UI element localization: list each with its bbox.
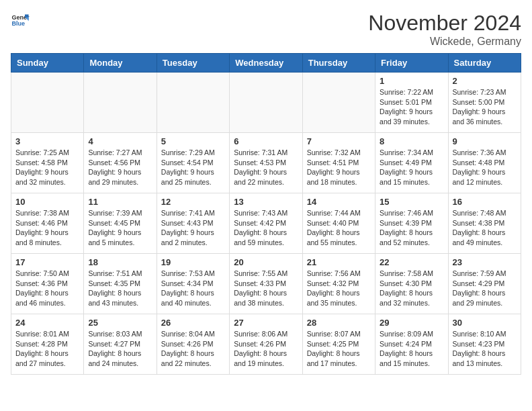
calendar-cell: 5Sunrise: 7:29 AM Sunset: 4:54 PM Daylig… [157, 133, 229, 193]
day-number: 25 [88, 318, 152, 328]
day-number: 12 [161, 197, 225, 207]
day-header-monday: Monday [84, 54, 157, 73]
day-header-friday: Friday [375, 54, 448, 73]
day-number: 16 [453, 197, 517, 207]
calendar-cell: 6Sunrise: 7:31 AM Sunset: 4:53 PM Daylig… [230, 133, 302, 193]
week-row-4: 17Sunrise: 7:50 AM Sunset: 4:36 PM Dayli… [11, 254, 521, 314]
day-info: Sunrise: 7:25 AM Sunset: 4:58 PM Dayligh… [15, 148, 79, 187]
day-number: 13 [234, 197, 298, 207]
calendar-cell: 15Sunrise: 7:46 AM Sunset: 4:39 PM Dayli… [375, 193, 448, 254]
calendar-cell: 27Sunrise: 8:06 AM Sunset: 4:26 PM Dayli… [230, 314, 302, 375]
day-info: Sunrise: 7:38 AM Sunset: 4:46 PM Dayligh… [15, 208, 79, 248]
day-number: 20 [234, 257, 298, 267]
day-number: 3 [15, 136, 79, 146]
day-number: 17 [15, 257, 79, 267]
day-info: Sunrise: 7:43 AM Sunset: 4:42 PM Dayligh… [234, 208, 298, 248]
calendar-cell: 4Sunrise: 7:27 AM Sunset: 4:56 PM Daylig… [84, 133, 157, 193]
calendar-cell: 19Sunrise: 7:53 AM Sunset: 4:34 PM Dayli… [157, 254, 229, 314]
day-info: Sunrise: 7:36 AM Sunset: 4:48 PM Dayligh… [453, 148, 517, 187]
day-number: 19 [161, 257, 225, 267]
day-info: Sunrise: 7:41 AM Sunset: 4:43 PM Dayligh… [161, 208, 225, 248]
day-number: 21 [307, 257, 371, 267]
day-info: Sunrise: 7:44 AM Sunset: 4:40 PM Dayligh… [307, 208, 371, 248]
logo: General Blue [11, 11, 30, 30]
day-info: Sunrise: 8:09 AM Sunset: 4:24 PM Dayligh… [380, 329, 443, 369]
day-info: Sunrise: 7:32 AM Sunset: 4:51 PM Dayligh… [307, 148, 371, 187]
calendar-cell: 2Sunrise: 7:23 AM Sunset: 5:00 PM Daylig… [448, 73, 521, 133]
calendar-cell: 18Sunrise: 7:51 AM Sunset: 4:35 PM Dayli… [84, 254, 157, 314]
calendar-cell [302, 73, 375, 133]
calendar-cell: 25Sunrise: 8:03 AM Sunset: 4:27 PM Dayli… [84, 314, 157, 375]
day-info: Sunrise: 7:48 AM Sunset: 4:38 PM Dayligh… [453, 208, 517, 248]
calendar-cell [230, 73, 302, 133]
day-number: 1 [380, 76, 443, 86]
day-info: Sunrise: 7:50 AM Sunset: 4:36 PM Dayligh… [15, 269, 79, 308]
week-row-3: 10Sunrise: 7:38 AM Sunset: 4:46 PM Dayli… [11, 193, 521, 254]
calendar-cell: 26Sunrise: 8:04 AM Sunset: 4:26 PM Dayli… [157, 314, 229, 375]
day-number: 5 [161, 136, 225, 146]
day-info: Sunrise: 7:56 AM Sunset: 4:32 PM Dayligh… [307, 269, 371, 308]
calendar-cell: 28Sunrise: 8:07 AM Sunset: 4:25 PM Dayli… [302, 314, 375, 375]
day-info: Sunrise: 7:59 AM Sunset: 4:29 PM Dayligh… [453, 269, 517, 308]
day-number: 2 [453, 76, 517, 86]
day-number: 18 [88, 257, 152, 267]
title-block: November 2024 Wickede, Germany [368, 11, 521, 48]
calendar-cell: 16Sunrise: 7:48 AM Sunset: 4:38 PM Dayli… [448, 193, 521, 254]
calendar-cell: 17Sunrise: 7:50 AM Sunset: 4:36 PM Dayli… [11, 254, 84, 314]
month-title: November 2024 [368, 11, 521, 36]
day-info: Sunrise: 7:58 AM Sunset: 4:30 PM Dayligh… [380, 269, 443, 308]
day-info: Sunrise: 8:07 AM Sunset: 4:25 PM Dayligh… [307, 329, 371, 369]
calendar-cell: 21Sunrise: 7:56 AM Sunset: 4:32 PM Dayli… [302, 254, 375, 314]
day-info: Sunrise: 8:10 AM Sunset: 4:23 PM Dayligh… [453, 329, 517, 369]
calendar-cell: 12Sunrise: 7:41 AM Sunset: 4:43 PM Dayli… [157, 193, 229, 254]
day-header-thursday: Thursday [302, 54, 375, 73]
day-info: Sunrise: 7:29 AM Sunset: 4:54 PM Dayligh… [161, 148, 225, 187]
day-info: Sunrise: 7:34 AM Sunset: 4:49 PM Dayligh… [380, 148, 443, 187]
day-info: Sunrise: 7:22 AM Sunset: 5:01 PM Dayligh… [380, 87, 443, 127]
day-info: Sunrise: 8:03 AM Sunset: 4:27 PM Dayligh… [88, 329, 152, 369]
week-row-1: 1Sunrise: 7:22 AM Sunset: 5:01 PM Daylig… [11, 73, 521, 133]
day-info: Sunrise: 7:51 AM Sunset: 4:35 PM Dayligh… [88, 269, 152, 308]
week-row-5: 24Sunrise: 8:01 AM Sunset: 4:28 PM Dayli… [11, 314, 521, 375]
day-header-tuesday: Tuesday [157, 54, 229, 73]
calendar-cell: 9Sunrise: 7:36 AM Sunset: 4:48 PM Daylig… [448, 133, 521, 193]
day-number: 27 [234, 318, 298, 328]
calendar-cell: 24Sunrise: 8:01 AM Sunset: 4:28 PM Dayli… [11, 314, 84, 375]
day-number: 7 [307, 136, 371, 146]
calendar-cell [11, 73, 84, 133]
calendar-cell [84, 73, 157, 133]
page-header: General Blue November 2024 Wickede, Germ… [11, 11, 521, 48]
calendar-cell: 7Sunrise: 7:32 AM Sunset: 4:51 PM Daylig… [302, 133, 375, 193]
calendar-cell: 10Sunrise: 7:38 AM Sunset: 4:46 PM Dayli… [11, 193, 84, 254]
day-info: Sunrise: 8:04 AM Sunset: 4:26 PM Dayligh… [161, 329, 225, 369]
day-headers-row: SundayMondayTuesdayWednesdayThursdayFrid… [11, 54, 521, 73]
day-number: 11 [88, 197, 152, 207]
day-number: 29 [380, 318, 443, 328]
day-info: Sunrise: 8:01 AM Sunset: 4:28 PM Dayligh… [15, 329, 79, 369]
day-info: Sunrise: 7:53 AM Sunset: 4:34 PM Dayligh… [161, 269, 225, 308]
day-info: Sunrise: 7:27 AM Sunset: 4:56 PM Dayligh… [88, 148, 152, 187]
day-info: Sunrise: 7:46 AM Sunset: 4:39 PM Dayligh… [380, 208, 443, 248]
day-number: 4 [88, 136, 152, 146]
logo-icon: General Blue [11, 11, 30, 30]
day-header-wednesday: Wednesday [230, 54, 302, 73]
day-number: 26 [161, 318, 225, 328]
calendar-cell: 23Sunrise: 7:59 AM Sunset: 4:29 PM Dayli… [448, 254, 521, 314]
location-title: Wickede, Germany [368, 36, 521, 48]
calendar-cell: 1Sunrise: 7:22 AM Sunset: 5:01 PM Daylig… [375, 73, 448, 133]
calendar-cell: 11Sunrise: 7:39 AM Sunset: 4:45 PM Dayli… [84, 193, 157, 254]
day-number: 14 [307, 197, 371, 207]
day-number: 10 [15, 197, 79, 207]
day-number: 22 [380, 257, 443, 267]
calendar-table: SundayMondayTuesdayWednesdayThursdayFrid… [11, 53, 521, 375]
calendar-cell: 13Sunrise: 7:43 AM Sunset: 4:42 PM Dayli… [230, 193, 302, 254]
calendar-cell: 3Sunrise: 7:25 AM Sunset: 4:58 PM Daylig… [11, 133, 84, 193]
day-header-saturday: Saturday [448, 54, 521, 73]
calendar-cell: 29Sunrise: 8:09 AM Sunset: 4:24 PM Dayli… [375, 314, 448, 375]
svg-text:Blue: Blue [11, 20, 25, 27]
day-number: 30 [453, 318, 517, 328]
day-number: 28 [307, 318, 371, 328]
day-number: 15 [380, 197, 443, 207]
day-info: Sunrise: 7:39 AM Sunset: 4:45 PM Dayligh… [88, 208, 152, 248]
day-info: Sunrise: 8:06 AM Sunset: 4:26 PM Dayligh… [234, 329, 298, 369]
